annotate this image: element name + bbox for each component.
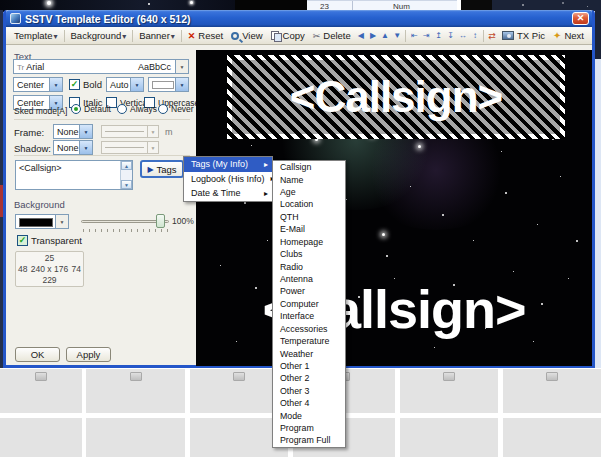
tags-button[interactable]: ▶ Tags — [140, 160, 184, 178]
submenu-item[interactable]: Other 4 — [273, 397, 345, 409]
align-top-icon[interactable]: ↥ — [432, 31, 444, 40]
submenu-item[interactable]: Clubs — [273, 248, 345, 260]
image-placeholder-icon — [233, 372, 245, 381]
background-menu-button[interactable]: Background — [67, 28, 131, 43]
background-color-swatch — [19, 218, 53, 227]
center-horizontal-icon[interactable]: ↔ — [457, 31, 469, 40]
delete-button[interactable]: ✂Delete — [309, 28, 355, 43]
opacity-slider-thumb[interactable] — [156, 214, 165, 228]
align-left-icon[interactable]: ⇤ — [408, 31, 420, 40]
title-bar[interactable]: SSTV Template Editor (640 x 512) ✕ — [6, 10, 592, 27]
star-dot — [505, 192, 507, 194]
halign-combo[interactable]: Center — [13, 77, 63, 92]
submenu-item[interactable]: E-Mail — [273, 223, 345, 235]
submenu-item[interactable]: Homepage — [273, 236, 345, 248]
menu-item[interactable]: Date & Time — [184, 186, 272, 201]
template-cell[interactable] — [86, 369, 185, 413]
banner-menu-button[interactable]: Banner — [135, 28, 179, 43]
submenu-item[interactable]: Computer — [273, 298, 345, 310]
slider-tick — [101, 229, 102, 232]
menu-item[interactable]: Tags (My Info) — [184, 157, 272, 172]
move-left-icon[interactable]: ◀ — [355, 31, 367, 40]
submenu-item[interactable]: Accessories — [273, 322, 345, 334]
bold-checkbox[interactable]: Bold — [69, 79, 102, 90]
close-button[interactable]: ✕ — [572, 12, 589, 25]
position-panel: 25 48 240 x 176 74 229 — [15, 251, 84, 287]
chevron-down-icon[interactable] — [55, 215, 68, 228]
menu-item[interactable]: Logbook (His Info) — [184, 172, 272, 187]
submenu-item[interactable]: Mode — [273, 409, 345, 421]
submenu-item[interactable]: Interface — [273, 310, 345, 322]
chevron-down-icon[interactable] — [175, 78, 188, 91]
template-cell[interactable] — [86, 418, 185, 457]
radio-never[interactable]: Never — [158, 104, 194, 114]
submenu-item[interactable]: Program — [273, 422, 345, 434]
submenu-item[interactable]: Other 2 — [273, 372, 345, 384]
chevron-down-icon[interactable] — [79, 125, 92, 138]
apply-button[interactable]: Apply — [66, 347, 111, 362]
background-color-combo[interactable] — [15, 214, 69, 229]
submenu-item[interactable]: QTH — [273, 211, 345, 223]
next-button[interactable]: ✦Next — [549, 28, 588, 43]
banner-selection-box[interactable]: <Callsign> — [227, 55, 565, 139]
text-color-combo[interactable] — [148, 77, 189, 92]
font-combo[interactable]: Tr Arial AaBbCc — [13, 59, 189, 74]
template-cell[interactable] — [0, 418, 82, 457]
transparent-checkbox[interactable]: Transparent — [17, 235, 82, 246]
submenu-item[interactable]: Callsign — [273, 161, 345, 173]
align-right-icon[interactable]: ⇥ — [420, 31, 432, 40]
submenu-item[interactable]: Power — [273, 285, 345, 297]
submenu-item[interactable]: Age — [273, 186, 345, 198]
ok-button[interactable]: OK — [15, 347, 60, 362]
size-combo[interactable]: Auto — [106, 77, 144, 92]
submenu-item[interactable]: Temperature — [273, 335, 345, 347]
star-dot — [576, 240, 578, 242]
slider-tick — [149, 229, 150, 232]
radio-always[interactable]: Always — [117, 104, 157, 114]
swap-icon[interactable]: ⇄ — [486, 31, 498, 41]
camera-icon — [502, 31, 514, 40]
align-bottom-icon[interactable]: ↧ — [445, 31, 457, 40]
template-cell[interactable] — [400, 418, 498, 457]
shadow-combo[interactable]: None — [53, 140, 93, 155]
submenu-item[interactable]: Location — [273, 198, 345, 210]
submenu-item[interactable]: Weather — [273, 347, 345, 359]
chevron-down-icon[interactable] — [130, 78, 143, 91]
template-cell[interactable] — [400, 369, 498, 413]
scroll-up-icon[interactable]: ▲ — [121, 161, 132, 170]
chevron-down-icon[interactable] — [175, 60, 188, 73]
template-text-value: <Callsign> — [19, 163, 62, 173]
submenu-item[interactable]: Other 3 — [273, 385, 345, 397]
frame-combo[interactable]: None — [53, 124, 93, 139]
submenu-item[interactable]: Other 1 — [273, 360, 345, 372]
move-up-icon[interactable]: ▲ — [379, 31, 391, 40]
reset-button[interactable]: ✕Reset — [184, 28, 227, 43]
submenu-item[interactable]: Radio — [273, 260, 345, 272]
template-cell[interactable] — [503, 418, 601, 457]
scroll-down-icon[interactable]: ▼ — [121, 180, 132, 189]
view-button[interactable]: View — [227, 28, 266, 43]
slider-tick — [131, 229, 132, 232]
submenu-item[interactable]: Program Full — [273, 434, 345, 446]
chevron-down-icon[interactable] — [79, 141, 92, 154]
template-text-input[interactable]: <Callsign> ▲ ▼ — [15, 160, 133, 190]
font-preview: AaBbCc — [138, 62, 175, 72]
textbox-scrollbar[interactable]: ▲ ▼ — [120, 161, 132, 189]
submenu-item[interactable]: Antenna — [273, 273, 345, 285]
star-dot — [501, 151, 502, 152]
move-right-icon[interactable]: ▶ — [367, 31, 379, 40]
template-cell[interactable] — [0, 369, 82, 413]
star-dot — [220, 265, 221, 266]
template-cell[interactable] — [503, 369, 601, 413]
submenu-item[interactable]: Name — [273, 173, 345, 185]
center-vertical-icon[interactable]: ↕ — [469, 31, 481, 40]
window-title: SSTV Template Editor (640 x 512) — [25, 13, 191, 25]
move-down-icon[interactable]: ▼ — [391, 31, 403, 40]
template-menu-button[interactable]: Template — [10, 28, 62, 43]
window-icon — [10, 13, 21, 24]
template-preview[interactable]: <Callsign> <Callsign> — [196, 50, 592, 366]
copy-button[interactable]: Copy — [267, 28, 309, 43]
tx-pic-button[interactable]: TX Pic — [498, 28, 549, 43]
radio-default[interactable]: Default — [71, 104, 111, 114]
chevron-down-icon[interactable] — [49, 78, 62, 91]
